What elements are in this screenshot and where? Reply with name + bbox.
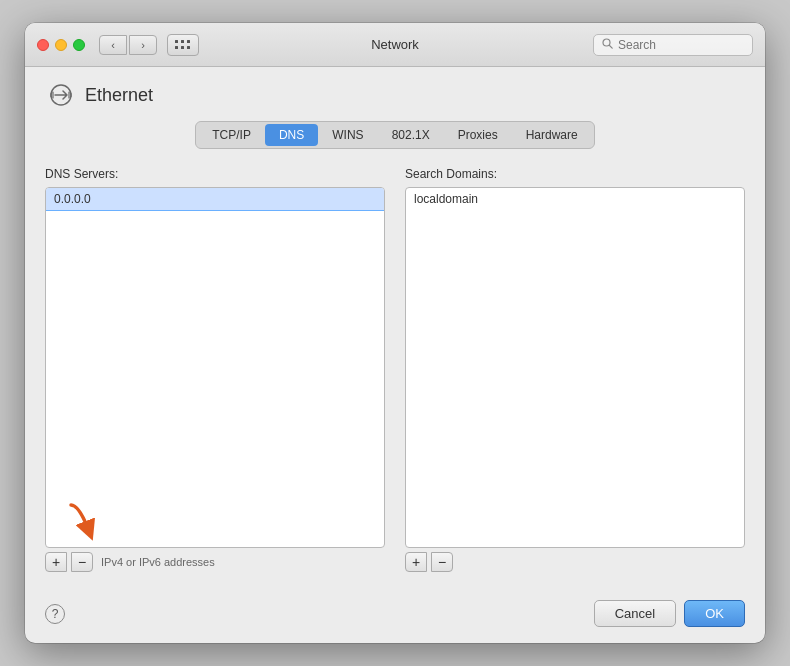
footer-buttons: Cancel OK (594, 600, 745, 627)
ok-button[interactable]: OK (684, 600, 745, 627)
traffic-lights (37, 39, 85, 51)
search-icon (602, 38, 613, 51)
dns-add-button[interactable]: + (45, 552, 67, 572)
tabs-bar: TCP/IP DNS WINS 802.1X Proxies Hardware (195, 121, 594, 149)
tab-dns[interactable]: DNS (265, 124, 318, 146)
section-header: Ethernet (45, 83, 745, 107)
search-domains-column: Search Domains: localdomain + − (405, 167, 745, 572)
close-button[interactable] (37, 39, 49, 51)
tab-hardware[interactable]: Hardware (512, 124, 592, 146)
search-domains-label: Search Domains: (405, 167, 745, 181)
domain-remove-button[interactable]: − (431, 552, 453, 572)
dns-server-item[interactable]: 0.0.0.0 (46, 188, 384, 210)
window-title: Network (371, 37, 419, 52)
dns-servers-list: 0.0.0.0 (45, 187, 385, 548)
titlebar: ‹ › Network (25, 23, 765, 67)
grid-icon (175, 40, 191, 50)
ethernet-icon (45, 83, 77, 107)
help-button[interactable]: ? (45, 604, 65, 624)
dns-servers-column: DNS Servers: 0.0.0.0 + − IPv4 or IPv6 ad… (45, 167, 385, 572)
content-area: Ethernet TCP/IP DNS WINS 802.1X Proxies … (25, 67, 765, 588)
dns-hint: IPv4 or IPv6 addresses (101, 556, 215, 568)
main-panel: DNS Servers: 0.0.0.0 + − IPv4 or IPv6 ad… (45, 167, 745, 572)
tab-tcpip[interactable]: TCP/IP (198, 124, 265, 146)
cancel-button[interactable]: Cancel (594, 600, 676, 627)
footer: ? Cancel OK (25, 588, 765, 643)
svg-line-1 (610, 46, 613, 49)
dns-servers-label: DNS Servers: (45, 167, 385, 181)
tab-8021x[interactable]: 802.1X (378, 124, 444, 146)
search-domain-item[interactable]: localdomain (406, 188, 744, 210)
forward-button[interactable]: › (129, 35, 157, 55)
nav-buttons: ‹ › (99, 35, 157, 55)
tab-wins[interactable]: WINS (318, 124, 377, 146)
search-domains-list: localdomain (405, 187, 745, 548)
grid-button[interactable] (167, 34, 199, 56)
search-input[interactable] (618, 38, 738, 52)
maximize-button[interactable] (73, 39, 85, 51)
svg-point-0 (603, 39, 610, 46)
section-title: Ethernet (85, 85, 153, 106)
domain-add-button[interactable]: + (405, 552, 427, 572)
back-button[interactable]: ‹ (99, 35, 127, 55)
tab-proxies[interactable]: Proxies (444, 124, 512, 146)
search-domains-controls: + − (405, 552, 745, 572)
search-box (593, 34, 753, 56)
dns-remove-button[interactable]: − (71, 552, 93, 572)
minimize-button[interactable] (55, 39, 67, 51)
network-window: ‹ › Network (25, 23, 765, 643)
dns-servers-controls: + − IPv4 or IPv6 addresses (45, 552, 385, 572)
